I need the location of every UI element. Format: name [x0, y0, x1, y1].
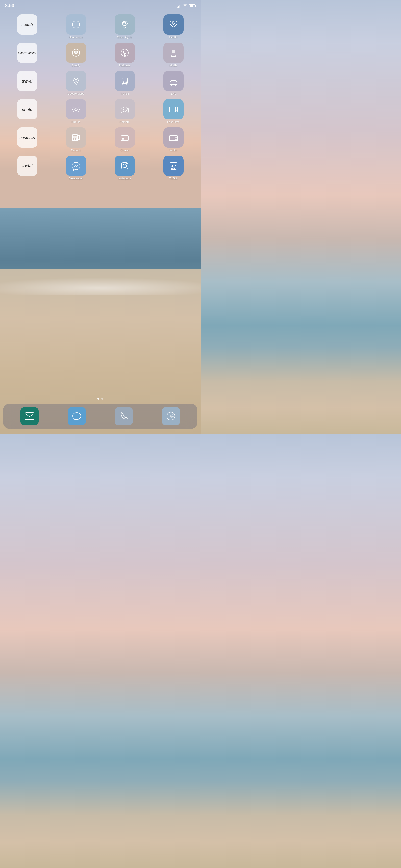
svg-rect-17 [122, 78, 127, 84]
svg-rect-38 [121, 135, 128, 141]
spotify-app[interactable]: Spotify [53, 43, 99, 67]
folder-travel[interactable]: travel [4, 71, 51, 95]
svg-point-48 [123, 164, 126, 167]
health-app[interactable]: Health [150, 14, 197, 39]
svg-point-30 [123, 109, 126, 112]
instagram-app[interactable]: Instagram [101, 156, 148, 180]
battery-icon [189, 4, 196, 7]
page-dot-2 [101, 398, 103, 400]
phone-dock-app[interactable] [115, 407, 133, 425]
facetime-app[interactable]: FaceTime [150, 99, 197, 123]
photos-app[interactable]: Photos [53, 99, 99, 123]
kindle-app[interactable]: Kindle [150, 43, 197, 67]
svg-rect-32 [169, 107, 175, 112]
folder-social[interactable]: social [4, 156, 51, 180]
svg-point-19 [123, 82, 124, 83]
safari-dock-app[interactable] [162, 407, 180, 425]
tiktok-app[interactable]: TikTok [150, 156, 197, 180]
app-row-3: travel Google Maps [4, 69, 197, 97]
app-grid: health Headspace [0, 10, 200, 394]
folder-health[interactable]: health [4, 14, 51, 39]
google-maps-app[interactable]: Google Maps [53, 71, 99, 95]
svg-rect-51 [25, 413, 34, 420]
svg-point-16 [75, 79, 77, 81]
svg-rect-44 [175, 137, 177, 140]
svg-rect-15 [171, 55, 175, 56]
svg-point-31 [127, 108, 128, 109]
podcasts-app[interactable]: Podcasts [101, 43, 148, 67]
svg-point-5 [73, 49, 80, 56]
folder-photo[interactable]: photo [4, 99, 51, 123]
status-bar: 8:53 [0, 0, 200, 10]
lyft-app[interactable]: Lyft [150, 71, 197, 95]
app-row-6: social Messenger [4, 154, 197, 182]
svg-point-7 [123, 51, 126, 54]
app-row-5: business Outlook [4, 126, 197, 153]
transit-app[interactable]: Transit [101, 71, 148, 95]
wallet-app[interactable]: Wallet [150, 127, 197, 152]
camera-app[interactable]: Camera [101, 99, 148, 123]
svg-point-0 [73, 21, 80, 28]
sleep-cycle-app[interactable]: ZZ Sleep Cycle [101, 14, 148, 39]
mail-dock-app[interactable] [21, 407, 39, 425]
signal-icon [177, 4, 181, 7]
dock [3, 404, 198, 429]
wifi-icon [183, 3, 188, 8]
svg-point-49 [126, 163, 127, 164]
messages-dock-app[interactable] [68, 407, 86, 425]
headspace-app[interactable]: Headspace [53, 14, 99, 39]
clock: 8:53 [5, 3, 14, 8]
outlook-app[interactable]: Outlook [53, 127, 99, 152]
svg-point-36 [75, 138, 77, 140]
app-row-1: health Headspace [4, 13, 197, 40]
svg-rect-42 [169, 135, 177, 141]
svg-point-20 [125, 82, 126, 83]
folder-entertainment[interactable]: entertainment [4, 43, 51, 67]
messenger-app[interactable]: Messenger [53, 156, 99, 180]
app-row-4: photo [4, 98, 197, 125]
folder-business[interactable]: business [4, 127, 51, 152]
svg-text:ZZ: ZZ [123, 22, 126, 25]
status-icons [177, 3, 196, 8]
chase-app[interactable]: Chase [101, 127, 148, 152]
app-row-2: entertainment Spotify [4, 41, 197, 68]
page-dots [0, 394, 200, 404]
page-dot-1 [97, 398, 99, 400]
